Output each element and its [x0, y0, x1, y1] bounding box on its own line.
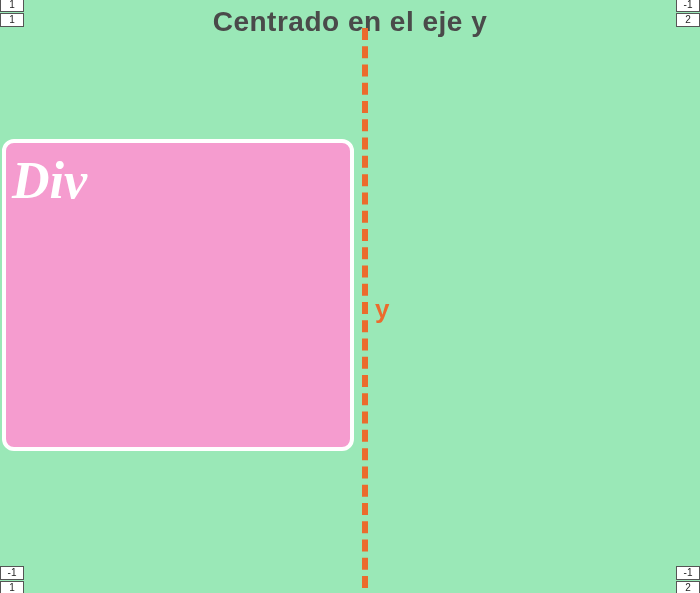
diagram-title: Centrado en el eje y — [0, 6, 700, 38]
corner-tab-tr-a: -1 — [676, 0, 700, 12]
example-div-box: Div — [2, 139, 354, 451]
corner-tab-bl-b: 1 — [0, 581, 24, 593]
corner-tab-tr-b: 2 — [676, 13, 700, 27]
y-axis-line — [362, 28, 368, 588]
corner-tab-br-a: -1 — [676, 566, 700, 580]
corner-tab-br-b: 2 — [676, 581, 700, 593]
y-axis-label: y — [375, 294, 389, 325]
corner-tab-bl-a: -1 — [0, 566, 24, 580]
corner-tab-tl-a: 1 — [0, 0, 24, 12]
corner-tab-tl-b: 1 — [0, 13, 24, 27]
div-box-label: Div — [6, 143, 350, 218]
